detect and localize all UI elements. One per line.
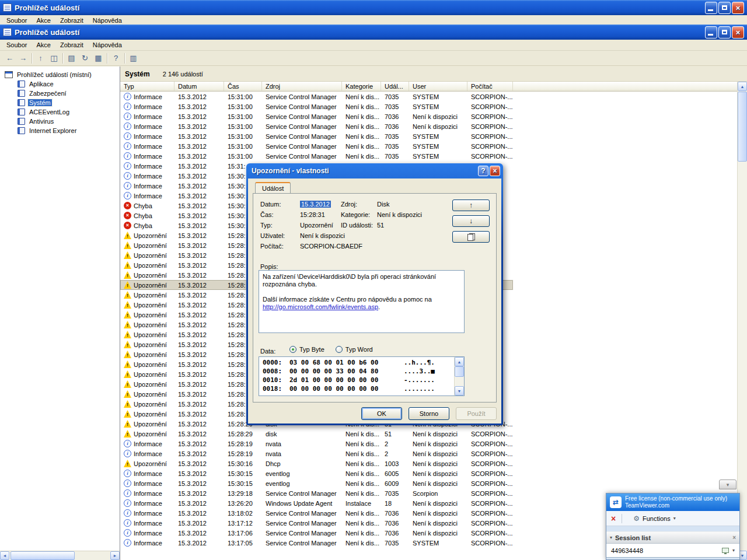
column-header-zdroj[interactable]: Zdroj — [262, 82, 342, 91]
session-row[interactable]: 449634448 ▾ — [606, 544, 739, 558]
event-row[interactable]: iInformace15.3.201215:30:15eventlogNení … — [120, 478, 513, 488]
scrollbar-thumb[interactable] — [11, 551, 75, 560]
column-header-udal[interactable]: Udál... — [381, 82, 409, 91]
scroll-up-icon[interactable]: ▲ — [455, 357, 464, 366]
tab-udalost[interactable]: Událost — [255, 182, 291, 193]
session-list-header[interactable]: ▾ Session list × — [606, 531, 739, 544]
teamviewer-header[interactable]: ⇄ Free license (non-commercial use only)… — [606, 494, 739, 511]
column-header-user[interactable]: User — [409, 82, 467, 91]
scrollbar-track[interactable] — [9, 551, 110, 560]
event-id-cell: 2 — [381, 450, 409, 457]
event-row[interactable]: !Upozornění15.3.201215:28:29diskNení k d… — [120, 429, 513, 439]
events-help-link[interactable]: http://go.microsoft.com/fwlink/events.as… — [263, 303, 378, 310]
event-row[interactable]: iInformace15.3.201213:17:12Service Contr… — [120, 518, 513, 528]
next-event-button[interactable]: ↓ — [452, 215, 490, 227]
scroll-down-icon[interactable]: ▼ — [455, 386, 464, 396]
forward-icon[interactable]: → — [16, 52, 30, 65]
cancel-button[interactable]: Storno — [409, 407, 449, 420]
column-header-typ[interactable]: Typ — [120, 82, 174, 91]
tree-horizontal-scrollbar[interactable]: ◄► — [0, 551, 120, 560]
warning-icon: ! — [124, 400, 131, 408]
help-icon[interactable]: ? — [109, 52, 123, 65]
event-row[interactable]: iInformace15.3.201213:17:06Service Contr… — [120, 528, 513, 538]
show-hide-tree-icon[interactable]: ◫ — [47, 52, 61, 65]
dialog-close-button[interactable]: × — [490, 166, 500, 176]
close-icon[interactable]: × — [732, 534, 736, 541]
scrollbar-thumb[interactable] — [455, 366, 464, 377]
event-row[interactable]: iInformace15.3.201215:31:00Service Contr… — [120, 121, 513, 131]
event-row[interactable]: iInformace15.3.201213:18:02Service Contr… — [120, 508, 513, 518]
column-header-cas[interactable]: Čas — [224, 82, 262, 91]
up-level-icon[interactable]: ↑ — [34, 52, 47, 65]
list-title-bar: Systém 2 146 událostí — [120, 66, 747, 82]
event-row[interactable]: iInformace15.3.201213:26:20Windows Updat… — [120, 498, 513, 508]
chevron-down-icon[interactable]: ▾ — [732, 548, 735, 553]
tree-item-zabezpeceni[interactable]: Zabezpečení — [0, 89, 120, 98]
menu-item-zobrazit[interactable]: Zobrazit — [55, 16, 88, 25]
menu-item-akce[interactable]: Akce — [32, 16, 55, 25]
tree-item-antivirus[interactable]: Antivirus — [0, 117, 120, 126]
maximize-button[interactable] — [718, 2, 731, 14]
event-row[interactable]: iInformace15.3.201215:31:00Service Contr… — [120, 141, 513, 151]
event-row[interactable]: iInformace15.3.201215:28:19nvataNení k d… — [120, 439, 513, 449]
event-row[interactable]: iInformace15.3.201215:30:15eventlogNení … — [120, 468, 513, 478]
minimize-button[interactable] — [705, 26, 717, 38]
tree-root[interactable]: Prohlížeč událostí (místní) — [0, 70, 120, 79]
event-row[interactable]: iInformace15.3.201213:29:18Service Contr… — [120, 488, 513, 498]
tree-item-internet-explorer[interactable]: Internet Explorer — [0, 126, 120, 135]
scrollbar-thumb[interactable] — [738, 92, 747, 162]
event-row[interactable]: iInformace15.3.201215:31:00Service Contr… — [120, 102, 513, 111]
column-header-pocitac[interactable]: Počítač — [467, 82, 513, 91]
event-row[interactable]: iInformace15.3.201215:31:00Service Contr… — [120, 92, 513, 102]
event-row[interactable]: iInformace15.3.201215:31:00Service Contr… — [120, 111, 513, 121]
remote-control-icon[interactable] — [722, 548, 729, 553]
views-icon[interactable]: ▥ — [127, 52, 140, 65]
copy-button[interactable] — [452, 231, 490, 243]
close-button[interactable]: × — [732, 2, 744, 14]
menu-item-akce[interactable]: Akce — [32, 40, 55, 50]
column-header-datum[interactable]: Datum — [174, 82, 224, 91]
tree-item-system[interactable]: Systém — [0, 98, 120, 107]
column-header-kategorie[interactable]: Kategorie — [342, 82, 381, 91]
description-line — [263, 288, 460, 296]
teamviewer-collapse-handle[interactable]: ▾ — [719, 480, 736, 489]
menu-item-soubor[interactable]: Soubor — [2, 40, 32, 50]
event-row[interactable]: iInformace15.3.201215:31:00Service Contr… — [120, 131, 513, 141]
minimize-button[interactable] — [705, 2, 717, 14]
close-session-icon[interactable]: × — [611, 514, 616, 523]
scroll-left-icon[interactable]: ◄ — [0, 551, 9, 560]
properties-icon[interactable]: ▤ — [65, 52, 78, 65]
window-titlebar[interactable]: Prohlížeč událostí × — [0, 24, 747, 40]
computer-cell: SCORPION-... — [467, 133, 513, 140]
previous-event-button[interactable]: ↑ — [452, 200, 490, 211]
tree-item-aceeventlog[interactable]: ACEEventLog — [0, 107, 120, 117]
hex-scrollbar[interactable]: ▲ ▼ — [454, 357, 464, 396]
vertical-scrollbar[interactable]: ▲ ▼ — [737, 82, 747, 560]
refresh-icon[interactable]: ↻ — [78, 52, 92, 65]
back-icon[interactable]: ← — [3, 52, 16, 65]
help-button[interactable]: ? — [478, 166, 488, 176]
ok-button[interactable]: OK — [361, 407, 402, 420]
tree-item-aplikace[interactable]: Aplikace — [0, 79, 120, 89]
background-window-titlebar[interactable]: Prohlížeč událostí × — [0, 0, 747, 15]
event-data-hex[interactable]: 0000:03 00 68 00 01 00 b6 00..h...¶.0008… — [259, 356, 465, 396]
maximize-button[interactable] — [718, 26, 731, 38]
scroll-right-icon[interactable]: ► — [110, 551, 120, 560]
close-button[interactable]: × — [732, 26, 744, 38]
dialog-titlebar[interactable]: Upozornění - vlastnosti ? × — [248, 163, 501, 178]
teamviewer-link[interactable]: TeamViewer.com — [625, 502, 727, 509]
scroll-up-icon[interactable]: ▲ — [738, 82, 747, 91]
functions-button[interactable]: ⚙ Functions ▾ — [628, 513, 680, 524]
radio-typ-byte[interactable] — [289, 346, 296, 353]
menu-item-napoveda[interactable]: Nápověda — [88, 16, 127, 25]
radio-typ-word[interactable] — [336, 346, 343, 353]
user-cell: Není k dispozici — [409, 510, 467, 517]
menu-item-napoveda[interactable]: Nápověda — [88, 40, 127, 50]
event-row[interactable]: iInformace15.3.201215:28:19nvataNení k d… — [120, 449, 513, 459]
event-row[interactable]: iInformace15.3.201213:17:05Service Contr… — [120, 538, 513, 548]
event-row[interactable]: !Upozornění15.3.201215:30:16DhcpNení k d… — [120, 459, 513, 468]
export-list-icon[interactable]: ▦ — [92, 52, 105, 65]
menu-item-zobrazit[interactable]: Zobrazit — [55, 40, 88, 50]
menu-item-soubor[interactable]: Soubor — [2, 16, 32, 25]
event-row[interactable]: iInformace15.3.201215:31:00Service Contr… — [120, 151, 513, 161]
